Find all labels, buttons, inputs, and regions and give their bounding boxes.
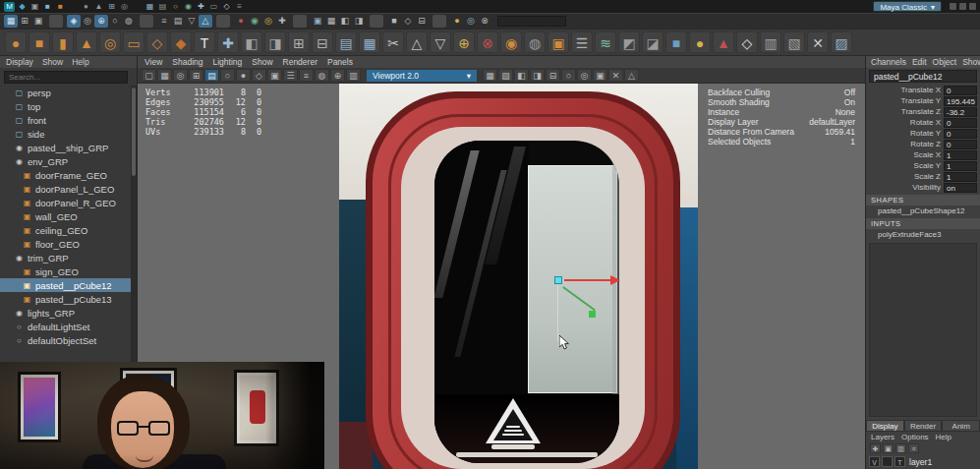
statusline-icon[interactable]: ● <box>234 15 248 28</box>
viewport-menu-item[interactable]: Panels <box>327 57 353 67</box>
statusline-icon[interactable]: ⊗ <box>478 15 491 28</box>
scene-view[interactable] <box>339 84 698 469</box>
door-frame-geometry[interactable] <box>366 91 680 469</box>
layer-editor-menu-item[interactable]: Help <box>936 433 951 441</box>
shelf-tool-icon[interactable]: T <box>194 31 215 53</box>
channel-attribute-value[interactable]: 0 <box>944 118 977 128</box>
titlebar-icon[interactable]: ⊞ <box>106 1 117 12</box>
selected-object-name[interactable]: pasted__pCube12 <box>869 70 977 83</box>
viewport-tool-icon[interactable]: ▥ <box>346 69 361 82</box>
channel-attribute-value[interactable]: 0 <box>944 129 977 139</box>
shape-node-name[interactable]: pasted__pCubeShape12 <box>866 205 980 216</box>
outliner-item[interactable]: ◉ pasted__ship_GRP <box>0 141 137 154</box>
statusline-icon[interactable]: ◎ <box>261 15 275 28</box>
shelf-tool-icon[interactable]: ✂ <box>382 31 404 53</box>
viewport-menu-item[interactable]: Lighting <box>212 57 242 67</box>
outliner-item[interactable]: ▣ floor_GEO <box>0 237 137 251</box>
manipulator-x-axis[interactable] <box>564 279 610 281</box>
shelf-tool-icon[interactable]: ▧ <box>783 31 805 53</box>
channel-attribute-value[interactable]: 0 <box>944 140 977 149</box>
shelf-tool-icon[interactable]: ▥ <box>760 31 781 53</box>
statusline-icon[interactable]: ◉ <box>248 15 261 28</box>
statusline-icon[interactable]: ■ <box>387 15 401 28</box>
titlebar-icon[interactable]: ▭ <box>208 1 219 12</box>
titlebar-icon[interactable]: ◆ <box>17 1 28 12</box>
viewport-tool-icon[interactable]: ▦ <box>483 69 497 82</box>
scrollbar-thumb[interactable] <box>132 88 136 176</box>
statusline-icon[interactable]: ◍ <box>122 15 136 28</box>
viewport-tool-icon[interactable]: ▣ <box>267 69 282 82</box>
shelf-tool-icon[interactable]: ◇ <box>736 31 758 53</box>
manipulator-center-handle[interactable] <box>554 276 562 284</box>
shelf-tool-icon[interactable]: ▲ <box>76 31 97 53</box>
renderer-dropdown[interactable]: Viewport 2.0 ▾ <box>367 70 477 82</box>
statusline-icon[interactable] <box>293 15 307 28</box>
statusline-icon[interactable] <box>432 15 446 28</box>
outliner-item[interactable]: ◉ trim_GRP <box>0 251 137 264</box>
viewport-tool-icon[interactable]: ● <box>236 69 251 82</box>
shelf-tool-icon[interactable]: ≋ <box>595 31 616 53</box>
outliner-item[interactable]: ○ defaultLightSet <box>0 320 137 333</box>
titlebar-icon[interactable] <box>132 1 143 12</box>
titlebar-icon[interactable]: ▲ <box>93 1 104 12</box>
statusline-icon[interactable]: ▣ <box>31 15 45 28</box>
statusline-icon[interactable]: ◈ <box>67 15 81 28</box>
channel-box-menu-item[interactable]: Edit <box>912 57 927 67</box>
workspace-selector[interactable]: Maya Classic ▾ <box>873 1 942 12</box>
viewport-menu-item[interactable]: Renderer <box>283 57 317 67</box>
shelf-tool-icon[interactable]: △ <box>406 31 428 53</box>
statusline-icon[interactable]: ⊟ <box>415 15 429 28</box>
statusline-icon[interactable] <box>216 15 230 28</box>
viewport-menu-item[interactable]: Show <box>252 57 272 67</box>
statusline-icon[interactable]: ◎ <box>464 15 478 28</box>
channel-attribute-value[interactable]: 1 <box>944 172 977 182</box>
quick-select-field[interactable] <box>497 16 566 27</box>
statusline-icon[interactable]: ● <box>450 15 464 28</box>
statusline-icon[interactable] <box>370 15 383 28</box>
viewport-tool-icon[interactable]: ▣ <box>593 69 607 82</box>
titlebar-icon[interactable]: ■ <box>42 1 53 12</box>
titlebar-icon[interactable]: ▦ <box>144 1 155 12</box>
statusline-icon[interactable]: ≡ <box>157 15 171 28</box>
viewport-tool-icon[interactable]: ○ <box>561 69 576 82</box>
outliner-menu-item[interactable]: Help <box>72 57 88 67</box>
viewport-tool-icon[interactable]: △ <box>624 69 639 82</box>
titlebar-icon[interactable]: ✚ <box>196 1 206 12</box>
outliner-item[interactable]: ◉ env_GRP <box>0 154 137 168</box>
viewport-tool-icon[interactable]: ⊞ <box>189 69 203 82</box>
shelf-tool-icon[interactable]: ◎ <box>99 31 121 53</box>
viewport-tool-icon[interactable]: ◨ <box>530 69 545 82</box>
outliner-item[interactable]: ▣ pasted__pCube13 <box>0 292 137 306</box>
titlebar-icon[interactable]: ▣ <box>29 1 40 12</box>
outliner-search-input[interactable] <box>4 71 128 84</box>
shelf-tool-icon[interactable]: ◇ <box>146 31 168 53</box>
statusline-icon[interactable] <box>49 15 63 28</box>
layer-tool-icon[interactable]: ▥ <box>895 443 906 453</box>
statusline-icon[interactable]: ▽ <box>185 15 199 28</box>
outliner-item[interactable]: ▣ doorFrame_GEO <box>0 168 137 182</box>
shelf-tool-icon[interactable]: ◩ <box>618 31 640 53</box>
viewport-menu-item[interactable]: View <box>144 57 162 67</box>
outliner-item[interactable]: ▢ side <box>0 127 137 141</box>
titlebar-icon[interactable]: ≡ <box>234 1 245 12</box>
outliner-item[interactable]: ▢ top <box>0 99 137 113</box>
viewport-menu-item[interactable]: Shading <box>172 57 202 67</box>
shelf-tool-icon[interactable]: ▣ <box>548 31 569 53</box>
shelf-tool-icon[interactable]: ✚ <box>217 31 239 53</box>
titlebar-icon[interactable]: ○ <box>170 1 181 12</box>
outliner-item[interactable]: ◉ lights_GRP <box>0 306 137 320</box>
outliner-item[interactable]: ▣ ceiling_GEO <box>0 223 137 237</box>
statusline-icon[interactable]: ◎ <box>81 15 94 28</box>
outliner-item[interactable]: ▢ persp <box>0 86 137 99</box>
viewport-tool-icon[interactable]: ▧ <box>498 69 513 82</box>
shelf-tool-icon[interactable]: ⊟ <box>312 31 333 53</box>
shelf-tool-icon[interactable]: ✕ <box>807 31 829 53</box>
statusline-icon[interactable]: ⊕ <box>94 15 108 28</box>
outliner-menu-item[interactable]: Display <box>6 57 33 67</box>
shelf-tool-icon[interactable]: ☰ <box>571 31 593 53</box>
layer-tool-icon[interactable]: ▣ <box>883 443 894 453</box>
shelf-tool-icon[interactable]: ◉ <box>500 31 522 53</box>
titlebar-icon[interactable]: ■ <box>55 1 66 12</box>
channel-attribute-value[interactable]: 0 <box>944 86 977 95</box>
close-button[interactable] <box>969 3 976 10</box>
